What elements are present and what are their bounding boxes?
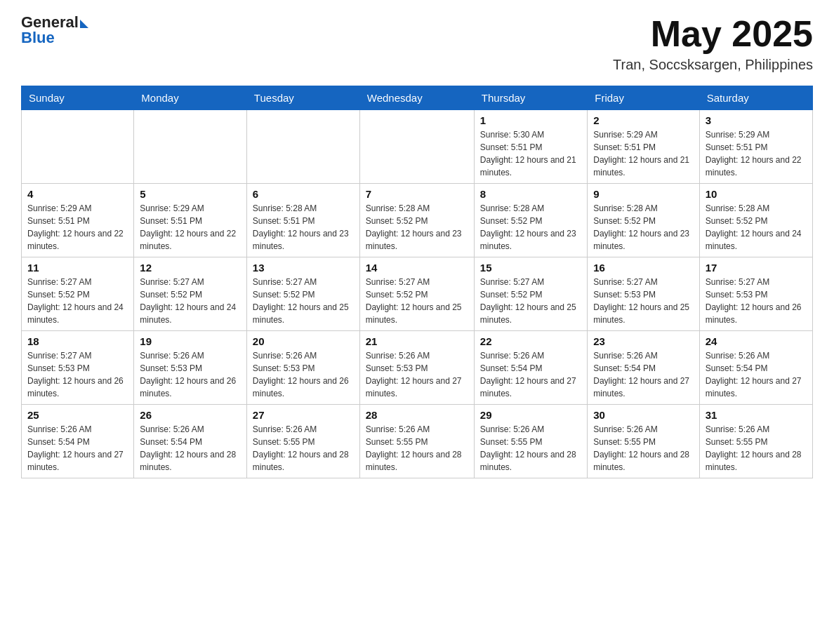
header-right: May 2025 Tran, Soccsksargen, Philippines [613, 14, 813, 73]
day-info: Sunrise: 5:26 AM Sunset: 5:54 PM Dayligh… [140, 423, 241, 474]
day-info: Sunrise: 5:29 AM Sunset: 5:51 PM Dayligh… [593, 128, 693, 179]
day-info: Sunrise: 5:27 AM Sunset: 5:53 PM Dayligh… [706, 276, 807, 326]
day-number: 13 [253, 262, 354, 274]
calendar-cell: 17Sunrise: 5:27 AM Sunset: 5:53 PM Dayli… [699, 257, 812, 331]
day-number: 6 [253, 188, 354, 200]
day-info: Sunrise: 5:28 AM Sunset: 5:52 PM Dayligh… [366, 202, 468, 253]
day-number: 19 [140, 335, 241, 347]
day-number: 12 [140, 262, 241, 274]
day-info: Sunrise: 5:27 AM Sunset: 5:52 PM Dayligh… [27, 276, 128, 326]
day-info: Sunrise: 5:26 AM Sunset: 5:55 PM Dayligh… [706, 423, 807, 474]
calendar-cell: 2Sunrise: 5:29 AM Sunset: 5:51 PM Daylig… [588, 110, 699, 184]
calendar-cell: 1Sunrise: 5:30 AM Sunset: 5:51 PM Daylig… [474, 110, 587, 184]
day-info: Sunrise: 5:26 AM Sunset: 5:55 PM Dayligh… [480, 423, 581, 474]
calendar-cell: 28Sunrise: 5:26 AM Sunset: 5:55 PM Dayli… [359, 405, 474, 478]
day-number: 21 [366, 335, 468, 347]
weekday-header-wednesday: Wednesday [359, 86, 474, 110]
day-number: 24 [706, 335, 807, 347]
weekday-header-row: SundayMondayTuesdayWednesdayThursdayFrid… [22, 86, 813, 110]
calendar-cell: 19Sunrise: 5:26 AM Sunset: 5:53 PM Dayli… [134, 331, 247, 405]
day-info: Sunrise: 5:29 AM Sunset: 5:51 PM Dayligh… [140, 202, 241, 253]
day-info: Sunrise: 5:26 AM Sunset: 5:55 PM Dayligh… [366, 423, 468, 474]
day-number: 15 [480, 262, 581, 274]
day-number: 27 [253, 409, 354, 421]
day-number: 25 [27, 409, 128, 421]
calendar-cell: 8Sunrise: 5:28 AM Sunset: 5:52 PM Daylig… [474, 184, 587, 257]
day-number: 26 [140, 409, 241, 421]
day-info: Sunrise: 5:28 AM Sunset: 5:51 PM Dayligh… [253, 202, 354, 253]
calendar-cell: 29Sunrise: 5:26 AM Sunset: 5:55 PM Dayli… [474, 405, 587, 478]
day-info: Sunrise: 5:27 AM Sunset: 5:53 PM Dayligh… [593, 276, 693, 326]
day-number: 9 [593, 188, 693, 200]
day-number: 3 [706, 114, 807, 126]
day-number: 29 [480, 409, 581, 421]
weekday-header-thursday: Thursday [474, 86, 587, 110]
calendar-week-row: 25Sunrise: 5:26 AM Sunset: 5:54 PM Dayli… [22, 405, 813, 478]
day-number: 11 [27, 262, 128, 274]
day-number: 10 [706, 188, 807, 200]
day-number: 23 [593, 335, 693, 347]
day-info: Sunrise: 5:28 AM Sunset: 5:52 PM Dayligh… [593, 202, 693, 253]
day-info: Sunrise: 5:26 AM Sunset: 5:54 PM Dayligh… [706, 349, 807, 400]
calendar-cell: 15Sunrise: 5:27 AM Sunset: 5:52 PM Dayli… [474, 257, 587, 331]
day-info: Sunrise: 5:29 AM Sunset: 5:51 PM Dayligh… [27, 202, 128, 253]
day-info: Sunrise: 5:27 AM Sunset: 5:52 PM Dayligh… [253, 276, 354, 326]
weekday-header-sunday: Sunday [22, 86, 134, 110]
calendar-cell: 12Sunrise: 5:27 AM Sunset: 5:52 PM Dayli… [134, 257, 247, 331]
day-number: 30 [593, 409, 693, 421]
calendar-cell: 26Sunrise: 5:26 AM Sunset: 5:54 PM Dayli… [134, 405, 247, 478]
calendar-cell: 11Sunrise: 5:27 AM Sunset: 5:52 PM Dayli… [22, 257, 134, 331]
day-info: Sunrise: 5:26 AM Sunset: 5:54 PM Dayligh… [593, 349, 693, 400]
calendar-week-row: 1Sunrise: 5:30 AM Sunset: 5:51 PM Daylig… [22, 110, 813, 184]
calendar-cell: 7Sunrise: 5:28 AM Sunset: 5:52 PM Daylig… [359, 184, 474, 257]
calendar-cell: 13Sunrise: 5:27 AM Sunset: 5:52 PM Dayli… [246, 257, 359, 331]
calendar-cell: 23Sunrise: 5:26 AM Sunset: 5:54 PM Dayli… [588, 331, 699, 405]
calendar-cell: 24Sunrise: 5:26 AM Sunset: 5:54 PM Dayli… [699, 331, 812, 405]
calendar-cell: 9Sunrise: 5:28 AM Sunset: 5:52 PM Daylig… [588, 184, 699, 257]
calendar-cell: 21Sunrise: 5:26 AM Sunset: 5:53 PM Dayli… [359, 331, 474, 405]
calendar-week-row: 4Sunrise: 5:29 AM Sunset: 5:51 PM Daylig… [22, 184, 813, 257]
month-title: May 2025 [613, 14, 813, 54]
day-number: 5 [140, 188, 241, 200]
calendar-cell: 10Sunrise: 5:28 AM Sunset: 5:52 PM Dayli… [699, 184, 812, 257]
day-info: Sunrise: 5:27 AM Sunset: 5:52 PM Dayligh… [140, 276, 241, 326]
day-number: 14 [366, 262, 468, 274]
calendar-cell: 30Sunrise: 5:26 AM Sunset: 5:55 PM Dayli… [588, 405, 699, 478]
calendar-cell [246, 110, 359, 184]
calendar-week-row: 11Sunrise: 5:27 AM Sunset: 5:52 PM Dayli… [22, 257, 813, 331]
logo: General Blue [21, 14, 88, 46]
weekday-header-friday: Friday [588, 86, 699, 110]
day-number: 17 [706, 262, 807, 274]
day-number: 8 [480, 188, 581, 200]
calendar-cell: 25Sunrise: 5:26 AM Sunset: 5:54 PM Dayli… [22, 405, 134, 478]
calendar-cell: 18Sunrise: 5:27 AM Sunset: 5:53 PM Dayli… [22, 331, 134, 405]
day-number: 18 [27, 335, 128, 347]
weekday-header-saturday: Saturday [699, 86, 812, 110]
calendar-table: SundayMondayTuesdayWednesdayThursdayFrid… [21, 86, 813, 478]
calendar-cell: 5Sunrise: 5:29 AM Sunset: 5:51 PM Daylig… [134, 184, 247, 257]
calendar-cell: 14Sunrise: 5:27 AM Sunset: 5:52 PM Dayli… [359, 257, 474, 331]
day-info: Sunrise: 5:26 AM Sunset: 5:54 PM Dayligh… [480, 349, 581, 400]
day-number: 22 [480, 335, 581, 347]
day-info: Sunrise: 5:26 AM Sunset: 5:53 PM Dayligh… [140, 349, 241, 400]
logo-triangle-icon [80, 20, 88, 28]
day-info: Sunrise: 5:26 AM Sunset: 5:54 PM Dayligh… [27, 423, 128, 474]
day-info: Sunrise: 5:27 AM Sunset: 5:52 PM Dayligh… [366, 276, 468, 326]
day-number: 7 [366, 188, 468, 200]
calendar-cell: 4Sunrise: 5:29 AM Sunset: 5:51 PM Daylig… [22, 184, 134, 257]
day-info: Sunrise: 5:27 AM Sunset: 5:52 PM Dayligh… [480, 276, 581, 326]
calendar-cell: 31Sunrise: 5:26 AM Sunset: 5:55 PM Dayli… [699, 405, 812, 478]
day-info: Sunrise: 5:26 AM Sunset: 5:53 PM Dayligh… [366, 349, 468, 400]
day-number: 1 [480, 114, 581, 126]
day-info: Sunrise: 5:30 AM Sunset: 5:51 PM Dayligh… [480, 128, 581, 179]
location-title: Tran, Soccsksargen, Philippines [613, 57, 813, 73]
calendar-cell [359, 110, 474, 184]
calendar-cell [134, 110, 247, 184]
day-number: 28 [366, 409, 468, 421]
calendar-cell: 22Sunrise: 5:26 AM Sunset: 5:54 PM Dayli… [474, 331, 587, 405]
day-info: Sunrise: 5:26 AM Sunset: 5:53 PM Dayligh… [253, 349, 354, 400]
day-number: 2 [593, 114, 693, 126]
calendar-cell: 6Sunrise: 5:28 AM Sunset: 5:51 PM Daylig… [246, 184, 359, 257]
day-info: Sunrise: 5:28 AM Sunset: 5:52 PM Dayligh… [706, 202, 807, 253]
day-number: 16 [593, 262, 693, 274]
